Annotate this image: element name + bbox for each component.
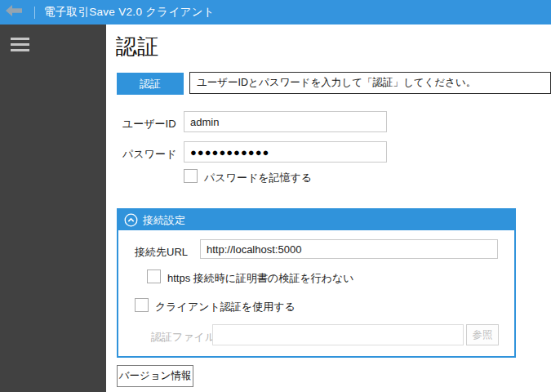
auth-instruction-message: ユーザーIDとパスワードを入力して「認証」してください。 (189, 72, 551, 94)
chevron-up-circle-icon (124, 213, 138, 227)
remember-password-checkbox[interactable] (184, 169, 198, 183)
back-button[interactable] (0, 0, 28, 24)
password-label: パスワード (122, 147, 176, 162)
title-bar: 電子取引Save V2.0 クライアント (0, 0, 551, 24)
password-input[interactable] (184, 141, 387, 163)
user-id-input[interactable] (184, 111, 387, 132)
sidebar (0, 24, 106, 392)
remember-password-label: パスワードを記憶する (204, 171, 312, 185)
browse-button[interactable]: 参照 (466, 324, 499, 345)
hamburger-menu-icon[interactable] (11, 38, 29, 55)
url-label: 接続先URL (135, 245, 188, 260)
window-title: 電子取引Save V2.0 クライアント (44, 5, 215, 20)
authenticate-button[interactable]: 認証 (117, 73, 184, 95)
page-title: 認証 (116, 33, 158, 61)
back-arrow-icon (6, 5, 22, 20)
skip-cert-verification-label: https 接続時に証明書の検証を行わない (167, 271, 354, 286)
user-id-label: ユーザーID (122, 117, 176, 131)
auth-file-input[interactable] (212, 324, 464, 345)
client-auth-label: クライアント認証を使用する (155, 300, 295, 314)
titlebar-divider (34, 7, 35, 19)
skip-cert-verification-checkbox[interactable] (147, 270, 161, 283)
auth-file-label: 認証ファイル (151, 330, 216, 345)
url-input[interactable] (200, 239, 498, 259)
main-content: 認証 認証 ユーザーIDとパスワードを入力して「認証」してください。 ユーザーI… (106, 24, 551, 392)
client-auth-checkbox[interactable] (135, 298, 149, 312)
app-window: 電子取引Save V2.0 クライアント 認証 認証 ユーザーIDとパスワードを… (0, 0, 551, 392)
connection-settings-header[interactable]: 接続設定 (118, 210, 514, 230)
connection-settings-title: 接続設定 (143, 213, 185, 228)
connection-settings-panel: 接続設定 接続先URL https 接続時に証明書の検証を行わない クライアント… (117, 208, 516, 358)
version-info-button[interactable]: バージョン情報 (117, 365, 193, 387)
